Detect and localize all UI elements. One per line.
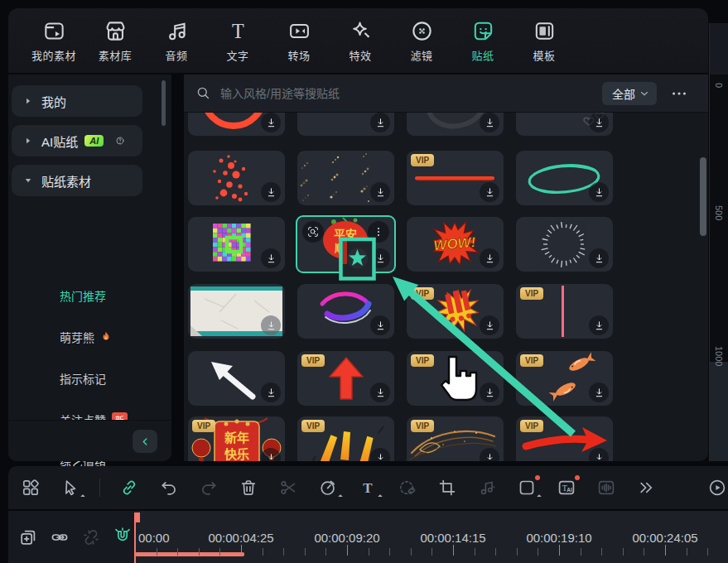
sticker-tile-neon-swoosh[interactable] bbox=[297, 284, 394, 339]
sidebar-item-1[interactable]: 萌芽熊 bbox=[8, 316, 171, 358]
toolbar-speed-button[interactable] bbox=[317, 477, 339, 498]
download-button[interactable] bbox=[261, 383, 281, 402]
download-button[interactable] bbox=[589, 383, 609, 402]
download-button[interactable] bbox=[589, 113, 609, 132]
download-button[interactable] bbox=[480, 315, 499, 335]
sticker-tile-new-year[interactable]: 新年快乐VIP bbox=[188, 416, 285, 461]
caret-icon bbox=[537, 494, 542, 499]
sticker-tile-yellow-strokes[interactable]: VIP bbox=[297, 416, 394, 461]
more-options-button[interactable] bbox=[668, 83, 690, 104]
sidebar-item-2[interactable]: 指示标记 bbox=[8, 358, 171, 399]
toolbar-delete-button[interactable] bbox=[238, 477, 259, 498]
timeline-snap-button[interactable] bbox=[113, 527, 133, 547]
ruler-tick bbox=[177, 548, 178, 556]
search-input[interactable] bbox=[219, 86, 602, 101]
timeline-ruler[interactable]: 00:0000:00:04:2500:00:09:2000:00:14:1500… bbox=[134, 511, 728, 563]
sticker-tile-red-up-arrow[interactable]: VIP bbox=[297, 351, 394, 406]
sticker-tile-red-line[interactable]: VIP bbox=[407, 151, 504, 205]
tab-filters[interactable]: 滤镜 bbox=[391, 13, 452, 68]
download-button[interactable] bbox=[261, 113, 281, 132]
sticker-tile-hand-cursor[interactable]: VIP bbox=[407, 351, 504, 406]
sticker-tile-grey-swirl[interactable] bbox=[407, 113, 504, 136]
sticker-tile-wow-burst[interactable]: WOW! bbox=[407, 217, 504, 272]
sidebar-group-mine[interactable]: 我的 bbox=[12, 85, 142, 117]
text-icon: T bbox=[226, 19, 250, 43]
download-button[interactable] bbox=[480, 113, 499, 132]
sticker-tile-lantern[interactable]: 平安顺遂 bbox=[296, 215, 396, 273]
toolbar-audio-wave-button[interactable] bbox=[595, 477, 617, 498]
notification-dot bbox=[535, 475, 540, 480]
download-icon bbox=[265, 117, 277, 129]
tab-transition[interactable]: 转场 bbox=[268, 13, 330, 68]
ruler-tick bbox=[219, 548, 220, 556]
toolbar-link-button[interactable] bbox=[118, 477, 140, 498]
magnet-icon bbox=[113, 527, 133, 547]
download-button[interactable] bbox=[370, 315, 390, 335]
sidebar-group-sticker-assets[interactable]: 贴纸素材 bbox=[12, 165, 142, 196]
grid-scrollbar[interactable] bbox=[700, 157, 706, 236]
download-button[interactable] bbox=[370, 113, 390, 132]
download-button[interactable] bbox=[589, 248, 609, 268]
tab-templates[interactable]: 模板 bbox=[513, 13, 575, 68]
kebab-menu-button[interactable] bbox=[368, 221, 389, 243]
toolbar-render-preview-button[interactable] bbox=[706, 477, 728, 498]
tab-my-media[interactable]: 我的素材 bbox=[23, 13, 84, 68]
sidebar-item-0[interactable]: 热门推荐 bbox=[8, 275, 171, 316]
sticker-tile-red-splatter[interactable] bbox=[188, 151, 285, 205]
sticker-tile-light-trail[interactable]: VIP bbox=[407, 416, 504, 461]
sticker-tile-paper[interactable] bbox=[188, 284, 285, 339]
tab-library[interactable]: 素材库 bbox=[84, 13, 146, 68]
download-button[interactable] bbox=[480, 248, 499, 268]
toolbar-crop-button[interactable] bbox=[436, 477, 458, 498]
download-button[interactable] bbox=[480, 182, 499, 202]
download-icon bbox=[374, 452, 387, 462]
sidebar-collapse-button[interactable] bbox=[133, 430, 157, 453]
timeline-link-clips-button[interactable] bbox=[50, 527, 70, 547]
tab-effects[interactable]: 特效 bbox=[330, 13, 391, 68]
sticker-tile-red-marker-arrow[interactable]: VIP bbox=[516, 416, 613, 461]
download-button[interactable] bbox=[261, 315, 281, 335]
tab-audio[interactable]: 音频 bbox=[146, 13, 207, 68]
sticker-tile-koi-fish[interactable]: VIP bbox=[516, 351, 613, 406]
download-icon bbox=[484, 387, 496, 399]
toolbar-undo-button[interactable] bbox=[158, 477, 180, 498]
sticker-tile-blank[interactable] bbox=[297, 113, 394, 136]
download-button[interactable] bbox=[589, 315, 609, 335]
download-icon bbox=[484, 253, 496, 265]
toolbar-layout-button[interactable] bbox=[20, 477, 41, 498]
download-button[interactable] bbox=[261, 182, 281, 202]
timeline-unlink-clips-button[interactable] bbox=[81, 527, 101, 547]
toolbar-text-to-speech-button[interactable]: TAI bbox=[556, 477, 577, 498]
download-button[interactable] bbox=[370, 182, 390, 202]
sticker-tile-white-arrow[interactable] bbox=[188, 351, 285, 406]
sidebar-scrollbar[interactable] bbox=[162, 80, 166, 126]
sticker-tile-exclaim-burst[interactable]: VIP bbox=[407, 284, 504, 339]
sticker-tile-red-arc[interactable] bbox=[188, 113, 285, 136]
tab-stickers[interactable]: 贴纸 bbox=[452, 13, 513, 68]
toolbar-redo-button[interactable] bbox=[198, 477, 219, 498]
preview-button[interactable] bbox=[302, 221, 324, 243]
download-button[interactable] bbox=[370, 248, 390, 268]
sticker-tile-pixel-mosaic[interactable] bbox=[188, 217, 285, 272]
timeline-duplicate-button[interactable] bbox=[18, 527, 38, 547]
download-button[interactable] bbox=[589, 182, 609, 202]
toolbar-smart-cutout-button[interactable] bbox=[397, 477, 418, 498]
sticker-tile-teal-ellipse[interactable] bbox=[516, 151, 613, 205]
filter-dropdown[interactable]: 全部 bbox=[602, 82, 657, 105]
toolbar-mask-button[interactable] bbox=[516, 477, 538, 498]
toolbar-text-button[interactable]: T bbox=[357, 477, 378, 498]
sticker-tile-gold-sparkles[interactable] bbox=[297, 151, 394, 205]
sidebar-group-ai-sticker[interactable]: AI贴纸AI bbox=[12, 125, 142, 156]
toolbar-select-tool-button[interactable] bbox=[60, 477, 81, 498]
tab-text[interactable]: T文字 bbox=[207, 13, 268, 68]
download-button[interactable] bbox=[261, 248, 281, 268]
sticker-tile-pink-line[interactable]: VIP bbox=[516, 284, 613, 339]
download-button[interactable] bbox=[370, 383, 390, 402]
download-button[interactable] bbox=[480, 383, 499, 402]
toolbar-split-button[interactable] bbox=[277, 477, 299, 498]
toolbar-more-button[interactable] bbox=[635, 477, 657, 498]
audio-wave-icon bbox=[596, 478, 616, 498]
toolbar-audio-effect-button[interactable] bbox=[476, 477, 498, 498]
sticker-tile-faint-hearts[interactable] bbox=[516, 113, 613, 136]
sticker-tile-radial-dashes[interactable] bbox=[516, 217, 613, 272]
